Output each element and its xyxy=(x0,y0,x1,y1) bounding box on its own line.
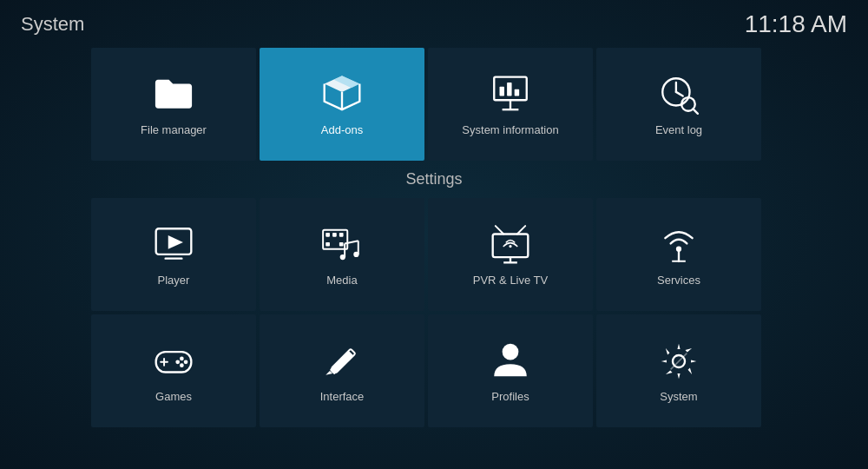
svg-rect-21 xyxy=(326,241,330,246)
svg-rect-19 xyxy=(332,232,337,236)
box-icon xyxy=(320,73,364,116)
svg-line-29 xyxy=(496,226,503,234)
tile-media-label: Media xyxy=(326,274,357,287)
gamepad-icon xyxy=(152,340,195,383)
tile-file-manager[interactable]: File manager xyxy=(91,48,256,161)
svg-point-26 xyxy=(340,254,345,259)
tv-icon xyxy=(489,223,532,267)
svg-marker-15 xyxy=(168,235,183,249)
svg-rect-6 xyxy=(515,89,519,96)
play-icon xyxy=(152,223,195,267)
top-tiles-row: File manager Add-ons xyxy=(91,48,761,161)
clock-search-icon xyxy=(657,73,700,116)
tile-profiles[interactable]: Profiles xyxy=(428,314,593,427)
app-title: System xyxy=(21,13,84,36)
svg-rect-44 xyxy=(330,350,354,374)
tile-interface[interactable]: Interface xyxy=(260,314,424,427)
svg-point-41 xyxy=(184,360,188,364)
tile-system-information-label: System information xyxy=(462,123,558,136)
tile-system-information[interactable]: System information xyxy=(428,48,593,161)
svg-rect-20 xyxy=(339,232,344,236)
svg-point-33 xyxy=(509,245,511,248)
gear-icon xyxy=(657,340,700,383)
svg-line-30 xyxy=(517,226,525,234)
tile-system-label: System xyxy=(660,390,697,403)
svg-point-27 xyxy=(353,251,358,256)
svg-point-43 xyxy=(180,363,184,367)
tile-file-manager-label: File manager xyxy=(141,123,207,136)
tile-games[interactable]: Games xyxy=(91,314,256,427)
svg-rect-22 xyxy=(339,241,344,246)
chart-icon xyxy=(489,73,532,116)
svg-point-42 xyxy=(175,360,180,364)
settings-row-2: Games Interface xyxy=(91,314,761,427)
tile-event-log-label: Event log xyxy=(655,123,702,136)
svg-point-47 xyxy=(503,343,519,360)
svg-rect-4 xyxy=(500,86,504,96)
folder-icon xyxy=(152,73,195,116)
tile-games-label: Games xyxy=(155,390,192,403)
tools-icon xyxy=(320,340,364,383)
tile-player[interactable]: Player xyxy=(91,198,256,311)
clock: 11:18 AM xyxy=(745,10,847,38)
tile-services-label: Services xyxy=(657,274,700,287)
tile-event-log[interactable]: Event log xyxy=(596,48,761,161)
person-icon xyxy=(489,340,532,383)
header: System 11:18 AM xyxy=(0,0,868,49)
tile-player-label: Player xyxy=(158,274,190,287)
tile-media[interactable]: Media xyxy=(260,198,424,311)
tile-add-ons-label: Add-ons xyxy=(321,123,363,136)
wifi-icon xyxy=(657,223,700,267)
tile-system[interactable]: System xyxy=(596,314,761,427)
svg-line-11 xyxy=(676,91,683,96)
tile-pvr-live-tv[interactable]: PVR & Live TV xyxy=(428,198,593,311)
svg-rect-18 xyxy=(326,232,330,236)
tile-add-ons[interactable]: Add-ons xyxy=(260,48,424,161)
tile-services[interactable]: Services xyxy=(596,198,761,311)
settings-section-label: Settings xyxy=(0,170,868,188)
svg-line-13 xyxy=(693,109,697,113)
tile-pvr-live-tv-label: PVR & Live TV xyxy=(473,274,548,287)
svg-point-40 xyxy=(180,356,184,360)
settings-grid: Player xyxy=(91,198,761,427)
media-icon xyxy=(320,223,364,267)
tile-profiles-label: Profiles xyxy=(491,390,529,403)
svg-rect-5 xyxy=(507,82,511,96)
tile-interface-label: Interface xyxy=(320,390,365,403)
settings-row-1: Player xyxy=(91,198,761,311)
